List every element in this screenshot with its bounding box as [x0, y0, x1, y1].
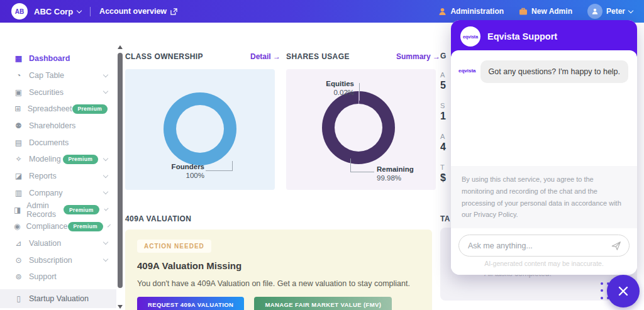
- close-icon: [617, 285, 630, 297]
- chat-close-button[interactable]: [607, 275, 640, 307]
- sidebar-item-modeling[interactable]: ✧ModelingPremium: [0, 151, 116, 168]
- dashboard-icon: ▦: [14, 54, 23, 63]
- person-icon: [591, 8, 599, 15]
- account-overview-link[interactable]: Account overview: [99, 7, 177, 16]
- arrow-right-icon: →: [273, 52, 280, 61]
- external-link-icon: [170, 8, 177, 15]
- chat-message-input[interactable]: [458, 235, 630, 257]
- send-icon[interactable]: [611, 240, 622, 252]
- privacy-policy-link[interactable]: Privacy Policy.: [474, 211, 518, 218]
- shareholders-icon: ⚉: [14, 121, 23, 130]
- sidebar-item-label: Valuation: [29, 239, 61, 248]
- support-icon: ⊚: [14, 272, 23, 281]
- sidebar: ▦Dashboard◔Cap Table▣Securities⊞Spreadsh…: [0, 23, 116, 310]
- shares-usage-summary-link[interactable]: Summary →: [396, 52, 440, 61]
- chevron-down-icon: [103, 156, 108, 161]
- sidebar-item-compliance[interactable]: ◉CompliancePremium: [0, 218, 116, 235]
- sidebar-item-label: Documents: [29, 138, 69, 147]
- valuation-missing-heading: 409A Valuation Missing: [137, 260, 420, 271]
- label-connector: [232, 161, 233, 171]
- new-admin-link[interactable]: New Admin: [519, 7, 572, 16]
- sidebar-item-dashboard[interactable]: ▦Dashboard: [0, 50, 116, 67]
- sidebar-item-cap-table[interactable]: ◔Cap Table: [0, 67, 116, 84]
- sidebar-item-subscription[interactable]: ⊙Subscription: [0, 252, 116, 268]
- chat-body: eqvista Got any questions? I'm happy to …: [451, 50, 637, 166]
- modeling-icon: ✧: [14, 155, 23, 163]
- support-chat-widget: eqvista Eqvista Support eqvista Got any …: [451, 20, 637, 275]
- chat-input-zone: AI-generated content may be inaccurate.: [451, 228, 637, 275]
- spreadsheet-icon: ⊞: [14, 104, 22, 113]
- main-scrollbar[interactable]: [116, 45, 124, 310]
- premium-badge: Premium: [63, 155, 98, 164]
- sidebar-item-spreadsheet[interactable]: ⊞SpreadsheetPremium: [0, 101, 116, 118]
- dashboard-page: AB ABC Corp Account overview Administrat…: [0, 0, 644, 310]
- sidebar-item-company[interactable]: ▥Company: [0, 185, 116, 202]
- eqvista-logo-small: eqvista: [458, 68, 476, 74]
- sidebar-item-label: Startup Valuation: [29, 294, 89, 303]
- briefcase-icon: [519, 8, 528, 15]
- scrollbar-thumb[interactable]: [118, 53, 123, 288]
- chevron-down-icon: [108, 224, 111, 227]
- sidebar-item-label: Admin Records: [26, 201, 64, 219]
- valuation-409a-title: 409A VALUATION: [125, 214, 191, 223]
- class-ownership-donut-chart: [164, 92, 236, 165]
- securities-icon: ▣: [14, 88, 23, 97]
- request-409a-valuation-button[interactable]: REQUEST 409A VALUATION: [137, 297, 244, 310]
- label-connector: [206, 170, 232, 171]
- sidebar-item-label: Spreadsheet: [28, 104, 72, 113]
- arrow-right-icon: →: [433, 52, 440, 61]
- sidebar-item-label: Modeling: [29, 155, 61, 163]
- label-connector: [359, 83, 360, 93]
- sidebar-item-startup-valuation[interactable]: ▯Startup Valuation: [0, 289, 116, 308]
- sidebar-item-support[interactable]: ⊚Support: [0, 268, 116, 285]
- compliance-icon: ◉: [14, 222, 20, 231]
- admin-records-icon: ◨: [14, 206, 21, 214]
- sidebar-item-documents[interactable]: ▤Documents: [0, 134, 116, 151]
- user-menu[interactable]: Peter: [587, 4, 633, 19]
- donut-label-equities: Equities 0.02%: [326, 79, 354, 97]
- sidebar-item-label: Subscription: [29, 256, 72, 265]
- cap-table-icon: ◔: [14, 71, 23, 80]
- donut-label-founders: Founders 100%: [172, 162, 204, 180]
- class-ownership-title: CLASS OWNERSHIP: [125, 52, 203, 61]
- administration-link[interactable]: Administration: [438, 7, 504, 16]
- chevron-down-icon: [103, 89, 108, 94]
- company-name: ABC Corp: [34, 7, 73, 16]
- valuation-missing-text: You don't have a 409A Valuation on file.…: [137, 279, 420, 288]
- premium-badge: Premium: [64, 205, 99, 214]
- scroll-down-arrow[interactable]: [118, 305, 123, 309]
- sidebar-item-label: Cap Table: [29, 71, 64, 80]
- company-avatar: AB: [11, 3, 28, 19]
- shares-usage-card: Equities 0.02% Remaining 99.98%: [286, 69, 436, 190]
- chat-privacy-notice: By using this chat service, you agree to…: [451, 166, 637, 228]
- user-avatar: [587, 4, 602, 19]
- label-connector: [350, 158, 351, 172]
- chevron-down-icon: [103, 257, 108, 262]
- chevron-down-icon: [103, 240, 108, 245]
- premium-badge: Premium: [68, 222, 103, 231]
- company-icon: ▥: [14, 189, 23, 197]
- sidebar-item-label: Compliance: [26, 222, 67, 231]
- chevron-down-icon: [628, 8, 633, 13]
- divider: [90, 7, 91, 16]
- class-ownership-detail-link[interactable]: Detail →: [250, 52, 280, 61]
- shares-usage-donut-chart: [322, 91, 395, 164]
- action-needed-badge: ACTION NEEDED: [137, 240, 211, 253]
- sidebar-item-securities[interactable]: ▣Securities: [0, 84, 116, 101]
- chat-title: Eqvista Support: [487, 31, 557, 42]
- scroll-up-arrow[interactable]: [118, 45, 123, 49]
- tasks-section-title: TA: [440, 214, 450, 223]
- sidebar-item-admin-records[interactable]: ◨Admin RecordsPremium: [0, 201, 116, 218]
- sidebar-item-label: Dashboard: [29, 54, 70, 63]
- manage-fmv-button[interactable]: MANAGE FAIR MARKET VALUE (FMV): [254, 297, 392, 310]
- chevron-down-icon: [103, 172, 108, 177]
- sidebar-item-reports[interactable]: ◪Reports: [0, 168, 116, 185]
- chevron-down-icon: [103, 189, 108, 194]
- sidebar-item-shareholders[interactable]: ⚉Shareholders: [0, 118, 116, 135]
- sidebar-item-valuation[interactable]: ⊿Valuation: [0, 235, 116, 252]
- shares-usage-title: SHARES USAGE: [286, 52, 350, 61]
- premium-badge: Premium: [72, 104, 108, 114]
- reports-icon: ◪: [14, 172, 23, 180]
- company-switcher[interactable]: ABC Corp: [34, 7, 81, 16]
- startup-valuation-icon: ▯: [14, 294, 23, 303]
